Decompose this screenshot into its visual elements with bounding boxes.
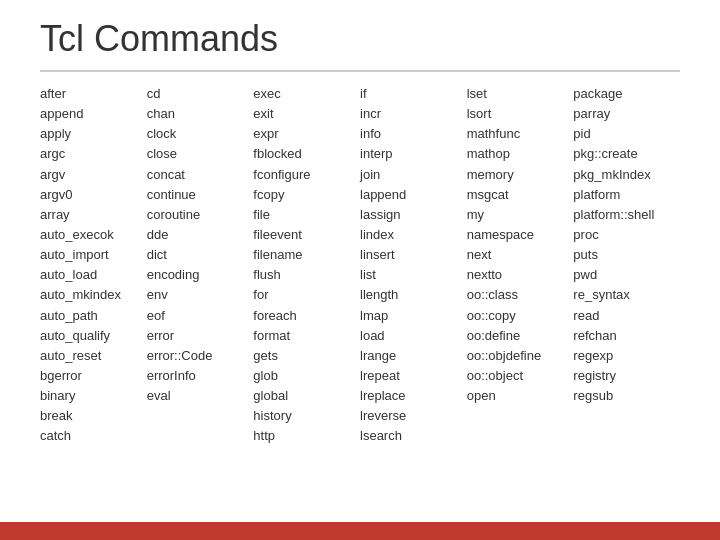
command-item: oo::copy xyxy=(467,306,574,326)
command-item: join xyxy=(360,165,467,185)
command-item: break xyxy=(40,406,147,426)
command-item: global xyxy=(253,386,360,406)
command-item: lassign xyxy=(360,205,467,225)
command-item: file xyxy=(253,205,360,225)
command-item: package xyxy=(573,84,680,104)
command-item: lmap xyxy=(360,306,467,326)
command-item: oo::objdefine xyxy=(467,346,574,366)
command-item: auto_qualify xyxy=(40,326,147,346)
command-item: expr xyxy=(253,124,360,144)
command-item: pkg::create xyxy=(573,144,680,164)
command-item: auto_execok xyxy=(40,225,147,245)
command-item: lsearch xyxy=(360,426,467,446)
command-item: fileevent xyxy=(253,225,360,245)
command-item: namespace xyxy=(467,225,574,245)
command-column-2: cdchanclockcloseconcatcontinuecoroutined… xyxy=(147,84,254,514)
command-item: fconfigure xyxy=(253,165,360,185)
command-item: fcopy xyxy=(253,185,360,205)
command-item: if xyxy=(360,84,467,104)
command-item: pwd xyxy=(573,265,680,285)
command-item: dde xyxy=(147,225,254,245)
command-item: msgcat xyxy=(467,185,574,205)
command-item: gets xyxy=(253,346,360,366)
page-title: Tcl Commands xyxy=(40,18,680,60)
command-item: my xyxy=(467,205,574,225)
command-item: lindex xyxy=(360,225,467,245)
command-item: next xyxy=(467,245,574,265)
command-item: dict xyxy=(147,245,254,265)
command-item: argv0 xyxy=(40,185,147,205)
command-item: glob xyxy=(253,366,360,386)
command-item: exec xyxy=(253,84,360,104)
command-item: filename xyxy=(253,245,360,265)
command-item: continue xyxy=(147,185,254,205)
command-item: format xyxy=(253,326,360,346)
command-item: pid xyxy=(573,124,680,144)
command-item: clock xyxy=(147,124,254,144)
command-item: lrepeat xyxy=(360,366,467,386)
command-item: exit xyxy=(253,104,360,124)
command-item: regexp xyxy=(573,346,680,366)
command-item: auto_load xyxy=(40,265,147,285)
command-item: close xyxy=(147,144,254,164)
command-item: auto_mkindex xyxy=(40,285,147,305)
command-item: puts xyxy=(573,245,680,265)
command-item: auto_path xyxy=(40,306,147,326)
page: Tcl Commands afterappendapplyargcargvarg… xyxy=(0,0,720,540)
command-item: llength xyxy=(360,285,467,305)
command-item: foreach xyxy=(253,306,360,326)
command-item: after xyxy=(40,84,147,104)
command-item: read xyxy=(573,306,680,326)
command-item: http xyxy=(253,426,360,446)
command-item: proc xyxy=(573,225,680,245)
command-item: error::Code xyxy=(147,346,254,366)
command-item: platform xyxy=(573,185,680,205)
command-item: flush xyxy=(253,265,360,285)
command-item: oo::class xyxy=(467,285,574,305)
command-item: oo::object xyxy=(467,366,574,386)
command-item: argc xyxy=(40,144,147,164)
command-item: nextto xyxy=(467,265,574,285)
command-column-4: ifincrinfointerpjoinlappendlassignlindex… xyxy=(360,84,467,514)
command-item: coroutine xyxy=(147,205,254,225)
command-item: lreverse xyxy=(360,406,467,426)
command-item: lrange xyxy=(360,346,467,366)
command-item: chan xyxy=(147,104,254,124)
command-item: parray xyxy=(573,104,680,124)
command-item: mathfunc xyxy=(467,124,574,144)
command-item: lreplace xyxy=(360,386,467,406)
command-item: env xyxy=(147,285,254,305)
command-item: argv xyxy=(40,165,147,185)
command-item: binary xyxy=(40,386,147,406)
command-item: registry xyxy=(573,366,680,386)
command-item: errorInfo xyxy=(147,366,254,386)
command-item: lsort xyxy=(467,104,574,124)
footer-bar xyxy=(0,522,720,540)
command-column-5: lsetlsortmathfuncmathopmemorymsgcatmynam… xyxy=(467,84,574,514)
command-item: pkg_mkIndex xyxy=(573,165,680,185)
command-item: load xyxy=(360,326,467,346)
command-item: auto_import xyxy=(40,245,147,265)
command-item: auto_reset xyxy=(40,346,147,366)
command-item: platform::shell xyxy=(573,205,680,225)
command-item: encoding xyxy=(147,265,254,285)
command-item: info xyxy=(360,124,467,144)
command-item: mathop xyxy=(467,144,574,164)
commands-content: afterappendapplyargcargvargv0arrayauto_e… xyxy=(0,72,720,522)
header: Tcl Commands xyxy=(0,0,720,70)
command-item: append xyxy=(40,104,147,124)
command-item: cd xyxy=(147,84,254,104)
command-item: error xyxy=(147,326,254,346)
command-item: list xyxy=(360,265,467,285)
command-item: fblocked xyxy=(253,144,360,164)
command-item: apply xyxy=(40,124,147,144)
command-item: lappend xyxy=(360,185,467,205)
command-item: memory xyxy=(467,165,574,185)
command-item: catch xyxy=(40,426,147,446)
command-item: eval xyxy=(147,386,254,406)
command-item: re_syntax xyxy=(573,285,680,305)
command-item: array xyxy=(40,205,147,225)
command-item: concat xyxy=(147,165,254,185)
command-column-3: execexitexprfblockedfconfigurefcopyfilef… xyxy=(253,84,360,514)
command-item: history xyxy=(253,406,360,426)
